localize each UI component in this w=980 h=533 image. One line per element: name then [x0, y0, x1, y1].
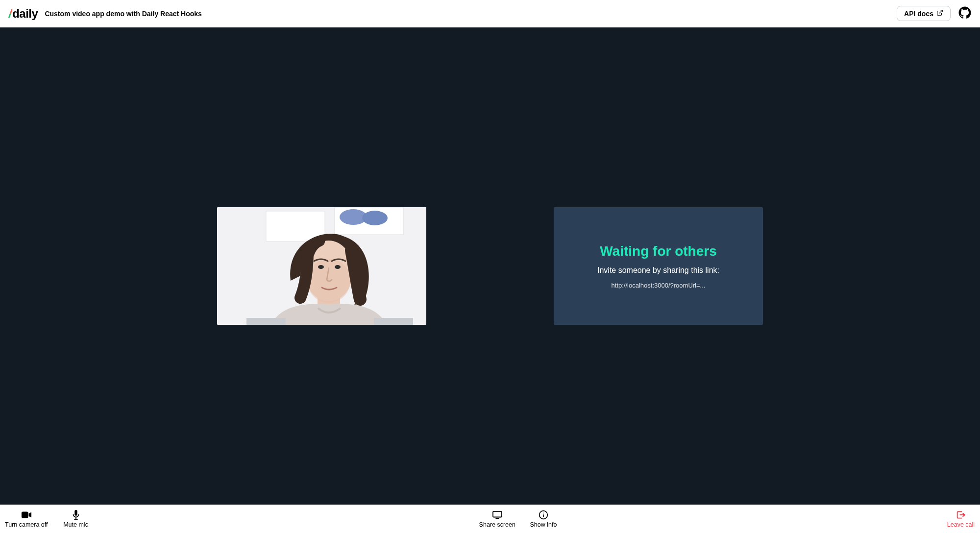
toggle-mic-button[interactable]: Mute mic: [62, 510, 90, 528]
tray-center: Share screen Show info: [479, 510, 558, 528]
toggle-camera-button[interactable]: Turn camera off: [5, 510, 48, 528]
video-stage: Waiting for others Invite someone by sha…: [0, 27, 980, 505]
svg-rect-13: [22, 511, 28, 518]
github-icon: [958, 6, 971, 21]
header-right: API docs: [897, 6, 971, 21]
svg-point-21: [543, 512, 544, 513]
svg-point-5: [362, 211, 388, 225]
tray-left: Turn camera off Mute mic: [5, 510, 90, 528]
brand-logo: /daily: [9, 7, 38, 21]
mic-icon: [72, 510, 80, 520]
self-video-tile[interactable]: [217, 207, 426, 325]
tray-right: Leave call: [947, 510, 975, 528]
svg-line-0: [939, 10, 942, 13]
share-screen-label: Share screen: [479, 521, 515, 528]
screen-icon: [492, 510, 503, 520]
header: /daily Custom video app demo with Daily …: [0, 0, 980, 27]
github-link[interactable]: [958, 6, 971, 21]
toggle-mic-label: Mute mic: [63, 521, 88, 528]
toggle-camera-label: Turn camera off: [5, 521, 48, 528]
share-screen-button[interactable]: Share screen: [479, 510, 515, 528]
svg-rect-14: [74, 510, 77, 516]
camera-icon: [21, 510, 32, 520]
svg-rect-11: [246, 318, 286, 325]
external-link-icon: [936, 9, 943, 18]
page-title: Custom video app demo with Daily React H…: [45, 10, 202, 18]
svg-point-10: [335, 265, 341, 269]
info-icon: [539, 510, 548, 520]
leave-call-button[interactable]: Leave call: [947, 510, 975, 528]
header-left: /daily Custom video app demo with Daily …: [9, 7, 202, 21]
api-docs-label: API docs: [904, 10, 933, 18]
waiting-title: Waiting for others: [600, 243, 717, 259]
waiting-tile: Waiting for others Invite someone by sha…: [554, 207, 763, 325]
svg-rect-12: [374, 318, 413, 325]
leave-call-label: Leave call: [947, 521, 975, 528]
leave-icon: [956, 510, 966, 520]
api-docs-button[interactable]: API docs: [897, 6, 951, 21]
svg-rect-17: [493, 511, 502, 517]
show-info-button[interactable]: Show info: [529, 510, 558, 528]
waiting-subtitle: Invite someone by sharing this link:: [597, 266, 719, 275]
svg-point-9: [318, 265, 324, 269]
show-info-label: Show info: [530, 521, 557, 528]
invite-link-text[interactable]: http://localhost:3000/?roomUrl=...: [612, 282, 706, 289]
brand-text: daily: [12, 7, 38, 21]
call-tray: Turn camera off Mute mic: [0, 505, 980, 533]
